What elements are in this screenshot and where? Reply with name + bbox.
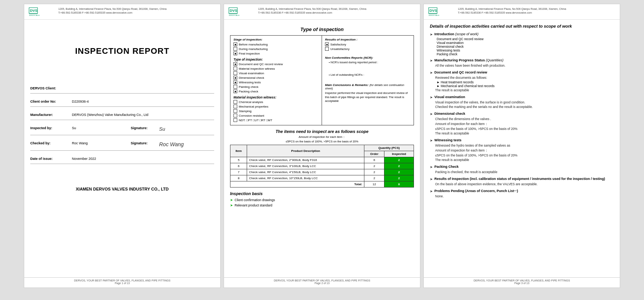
table-row: 8 Check valve, RF Connection, 10"150LB, … — [230, 175, 414, 181]
p3-section-body: Checked the marking and the serials no a… — [435, 105, 614, 109]
client-field: DERVOS Client: — [30, 86, 214, 94]
p3-sub-item-label: ► Mechanical and chemical test records — [437, 84, 495, 88]
dervos-logo-2: DVS DERVOS VALVE — [229, 7, 251, 18]
page-3: DVS DERVOS VALVE 1205, Building A, Inter… — [423, 4, 620, 288]
svg-text:DVS: DVS — [30, 8, 38, 12]
cb-stamp — [233, 109, 237, 113]
inspection-grid: Stage of inspection: Before manufacturin… — [230, 35, 414, 125]
checked-sub: Roc Wang Signature: Roc Wang — [72, 141, 214, 147]
type-doc: Document and QC record review — [233, 62, 319, 66]
inspected-sub: Su Signature: Su — [72, 126, 214, 132]
cb-ndt — [233, 118, 237, 122]
p3-section-8: ➤ Problems Pending (Areas of Concern, Pu… — [430, 189, 614, 199]
stage-label: Stage of inspection: — [233, 38, 319, 41]
inspected-sig-value: Su — [159, 126, 215, 132]
conclusions-label: Main Conclusions & Remarks: (for details… — [325, 83, 411, 90]
result-satisfactory: Satisfactory — [325, 42, 411, 46]
type-packing: Packing check — [233, 89, 319, 93]
type-material: Material inspection witness — [233, 67, 319, 70]
page-label-2: Page 2 of 13 — [224, 282, 420, 284]
basis-title: Inspection basis — [230, 191, 414, 196]
page-2-content: Type of inspection Stage of inspection: … — [224, 20, 420, 224]
page-3-footer: DERVOS, YOUR BEST PARTNER OF VALVES, FLA… — [424, 277, 620, 284]
table-row: 6 Check valve, RF Connection, 3"100LB, B… — [230, 163, 414, 169]
p3-section-body: Reviewed the documents as follows: — [435, 75, 614, 80]
row-order: 6 — [364, 157, 384, 163]
header-contact-3: 1205, Building A, International Finance … — [458, 7, 566, 15]
p3-section-body: Packing is checked, the result is accept… — [435, 170, 614, 175]
ncr-label: Non Conformities Reports (NCR): — [325, 56, 411, 59]
p3-sub-item: Document and QC record review — [435, 37, 614, 41]
mat-corr: Corrosion resistant — [233, 114, 319, 117]
row-order: 2 — [364, 175, 384, 181]
svg-text:DERVOS VALVE: DERVOS VALVE — [29, 15, 40, 16]
page-label-3: Page 3 of 13 — [424, 282, 620, 284]
page-label-1: Page 1 of 13 — [24, 282, 220, 284]
row-inspected: 2 — [384, 175, 414, 181]
logo-area-1: DVS DERVOS VALVE — [29, 7, 55, 18]
stage-before: Before manufacturing — [233, 42, 319, 46]
mat-corr-label: Corrosion resistant — [239, 114, 264, 117]
type-material-label: Material inspection witness — [239, 67, 275, 70]
dervos-logo-3: DVS DERVOS VALVE — [428, 7, 451, 18]
header-contact-1: 1205, Building A, International Finance … — [58, 7, 166, 15]
cb-corr — [233, 114, 237, 117]
total-label: Total: — [230, 181, 364, 188]
manufacturer-label: Manufacturer: — [30, 113, 72, 117]
p3-section-3: ➤ Visual examination Visual inspection o… — [430, 95, 614, 110]
stage-during: During manufacturing — [233, 47, 319, 51]
p3-section-body: Visual inspection of the valves, the sur… — [435, 100, 614, 105]
col-inspected: Inspected — [384, 151, 414, 157]
svg-text:DVS: DVS — [230, 8, 238, 12]
cb-before-mfg — [233, 42, 237, 46]
p3-section-body: Witnessed the hydro testes of the sample… — [435, 143, 614, 148]
p3-section-body: None. — [435, 194, 614, 199]
cb-final-insp — [233, 52, 237, 55]
result-satisfactory-label: Satisfactory — [330, 43, 346, 46]
page-2-footer: DERVOS, YOUR BEST PARTNER OF VALVES, FLA… — [224, 277, 420, 284]
result-unsatisfactory: Unsatisfactory — [325, 47, 411, 51]
header-contact-2: 1205, Building A, International Finance … — [258, 7, 366, 15]
mat-ndt-label: NDT: □PT □UT □RT □MT — [239, 119, 272, 122]
p3-section-body: ≤5PCS on the basis of 100%, >5PCS on the… — [435, 127, 614, 131]
left-col: Stage of inspection: Before manufacturin… — [230, 36, 322, 125]
p3-section-arrow-2: ➤ — [430, 71, 433, 75]
total-order: 12 — [364, 181, 384, 188]
inspection-table: Item Product Description Quantity (PCS) … — [230, 145, 414, 188]
row-item: 7 — [230, 169, 247, 175]
inspected-value: Su — [72, 126, 127, 132]
type-doc-label: Document and QC record review — [239, 62, 283, 66]
p3-section-body: Amount of inspection for each item： — [435, 148, 614, 153]
p3-section-title-7: Results of Inspection (incl. calibration… — [434, 177, 605, 181]
company-name: XIAMEN DERVOS VALVES INDUSTRY CO., LTD — [30, 187, 214, 191]
stage-before-label: Before manufacturing — [239, 43, 268, 46]
p3-section-header-5: ➤ Witnessing tests — [430, 138, 614, 142]
p3-section-title-4: Dimensional check — [434, 112, 465, 116]
svg-text:DVS: DVS — [429, 8, 437, 12]
dervos-logo-1: DVS DERVOS VALVE — [29, 7, 51, 18]
order-field: Client order No: D220936-4 — [30, 100, 214, 107]
arrow-icon-1: ➤ — [230, 198, 233, 202]
p3-sub-item-label: Document and QC record review — [437, 37, 484, 41]
order-label: Client order No: — [30, 100, 72, 103]
p3-section-body: Checked the dimensions of the valves . — [435, 117, 614, 122]
p3-section-0: ➤ Introduction (scope of work) Document … — [430, 32, 614, 56]
row-item: 8 — [230, 175, 247, 181]
mat-chem: Chemical analysis — [233, 100, 319, 104]
manufacturer-field: Manufacturer: DERVOS (Wenzhou) Valve Man… — [30, 113, 214, 120]
p3-sub-item: ► Heat treatment records — [435, 80, 614, 84]
row-order: 2 — [364, 163, 384, 169]
p3-sub-item-label: Witnessing tests — [437, 48, 460, 52]
p3-section-1: ➤ Manufacturing Progress Status (Quantit… — [430, 58, 614, 68]
row-inspected: 2 — [384, 163, 414, 169]
p3-sub-item-label: Packing check — [437, 52, 457, 56]
page-1-content: INSPECTION REPORT DERVOS Client: Client … — [24, 20, 220, 206]
type-label: Type of inspection: — [233, 58, 319, 61]
cb-dim — [233, 76, 237, 80]
row-item: 6 — [230, 163, 247, 169]
row-desc: Check valve, RF Connection, 10"150LB, Bo… — [247, 175, 364, 181]
basis-item-1: ➤ Client confirmation drawings — [230, 198, 414, 202]
p3-section-arrow-0: ➤ — [430, 33, 433, 36]
total-inspected: 8 — [384, 181, 414, 188]
client-label: DERVOS Client: — [30, 86, 72, 90]
